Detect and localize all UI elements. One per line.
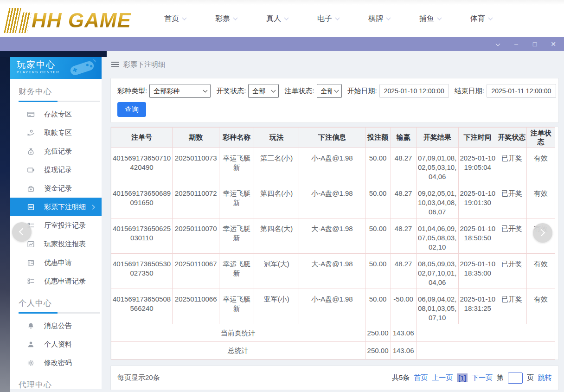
sidebar-item-promo-apply[interactable]: 优惠申请 <box>10 253 102 272</box>
chevron-down-icon <box>386 15 391 20</box>
cell-order-status: 有效 <box>526 289 555 324</box>
jump-button[interactable]: 跳转 <box>538 373 552 382</box>
cell-order-status: 有效 <box>526 254 555 289</box>
lottery-type-label: 彩种类型: <box>117 87 147 96</box>
col-header-order-status: 注单状态 <box>526 128 555 148</box>
chevron-down-icon <box>488 15 493 20</box>
query-button[interactable]: 查询 <box>117 102 146 117</box>
sidebar-item-label: 修改密码 <box>44 359 72 367</box>
table-row: 40156917365053002735020250110067幸运飞艇新冠军(… <box>111 254 555 289</box>
sidebar-item-fund-records[interactable]: 资金记录 <box>10 179 102 198</box>
lottery-type-select[interactable]: 全部彩种 <box>149 84 211 98</box>
collapse-sidebar-button[interactable] <box>12 222 32 242</box>
chart-icon <box>27 240 35 248</box>
cell-draw-result: 01,04,06,09,07,05,08,03,02,10 <box>416 218 458 254</box>
pagination-bar: 每页显示20条 共5条 首页 上一页 [1] 下一页 第 页 跳转 <box>110 366 559 390</box>
cell-draw-status: 已开奖 <box>497 183 526 218</box>
end-date-label: 结束日期: <box>455 87 484 96</box>
chevron-left-icon <box>19 228 26 236</box>
sidebar-item-message-announcements[interactable]: 消息公告 <box>10 316 102 335</box>
sidebar-item-label: 厅室投注记录 <box>44 221 86 230</box>
start-date-input[interactable] <box>379 84 449 98</box>
sidebar-item-lottery-bet-details[interactable]: 彩票下注明细 <box>10 198 102 216</box>
bell-icon <box>27 322 35 330</box>
sidebar-item-label: 彩票下注明细 <box>44 203 86 212</box>
section-title-finance-center: 财务中心 <box>10 79 102 101</box>
jump-page-input[interactable] <box>508 373 523 384</box>
window-chevron-down-icon[interactable] <box>492 39 504 49</box>
prev-page-link[interactable]: 上一页 <box>432 373 453 382</box>
hamburger-menu-icon[interactable] <box>111 62 119 67</box>
col-header-play-type: 玩法 <box>254 128 299 148</box>
sidebar-item-change-password[interactable]: 修改密码 <box>10 353 102 372</box>
sidebar-item-label: 充值记录 <box>44 147 72 156</box>
first-page-link[interactable]: 首页 <box>414 373 428 382</box>
sidebar-item-label: 玩家投注报表 <box>44 240 86 249</box>
nav-item-lottery[interactable]: 彩票 <box>215 14 237 24</box>
cell-period: 20250110066 <box>173 289 219 324</box>
col-header-win-loss: 输赢 <box>391 128 416 148</box>
card-icon <box>27 110 35 118</box>
order-status-select[interactable]: 全部 <box>317 84 342 98</box>
nav-item-board-games[interactable]: 棋牌 <box>368 14 390 24</box>
sidebar-item-label: 消息公告 <box>44 321 72 330</box>
sidebar-item-personal-profile[interactable]: 个人资料 <box>10 335 102 353</box>
person-icon <box>27 341 35 348</box>
sidebar-item-label: 个人资料 <box>44 340 72 349</box>
draw-status-label: 开奖状态: <box>216 87 246 96</box>
next-page-link[interactable]: 下一页 <box>472 373 493 382</box>
filter-panel: 彩种类型: 全部彩种 开奖状态: 全部 注单状态: 全部 开始日期: 结束日期:… <box>110 78 559 123</box>
cell-win-loss: 48.27 <box>391 218 416 254</box>
cell-order-no: 401569173650710420490 <box>111 148 173 183</box>
cell-order-no: 401569173650625030110 <box>111 218 173 254</box>
nav-item-label: 体育 <box>470 14 485 24</box>
window-titlebar: – □ ✕ <box>0 37 564 51</box>
cell-lottery-name: 幸运飞艇新 <box>219 218 254 254</box>
col-header-bet-amount: 投注额 <box>365 128 391 148</box>
logo-stripes-icon <box>4 8 21 33</box>
window-close-icon[interactable]: ✕ <box>547 39 559 49</box>
background-top-strip <box>0 51 107 57</box>
cell-bet-info: 小-A盘@1.98 <box>299 148 365 183</box>
bet-details-table: 注单号期数彩种名称玩法下注信息投注额输赢开奖结果下注时间开奖状态注单状态 401… <box>111 127 555 360</box>
col-header-period: 期数 <box>173 128 219 148</box>
cell-bet-time: 2025-01-10 19:05:04 <box>458 148 497 183</box>
cell-bet-amount: 50.00 <box>365 254 391 289</box>
summary-bet-total: 250.00 <box>365 324 391 342</box>
page-size-text: 每页显示20条 <box>117 373 160 382</box>
nav-item-label: 首页 <box>164 14 179 24</box>
chevron-right-icon <box>90 205 95 209</box>
order-status-label: 注单状态: <box>284 87 314 96</box>
cell-period: 20250110072 <box>173 183 219 218</box>
cell-bet-info: 小-A盘@1.98 <box>299 289 365 324</box>
gear-icon <box>27 359 35 367</box>
nav-item-sports[interactable]: 体育 <box>470 14 492 24</box>
sidebar-item-recharge-records[interactable]: 充值记录 <box>10 142 102 161</box>
cell-lottery-name: 幸运飞艇新 <box>219 183 254 218</box>
summary-winloss-total: 143.06 <box>391 324 416 342</box>
nav-item-electronic[interactable]: 电子 <box>317 14 339 24</box>
cell-play-type: 第四名(大) <box>254 218 299 254</box>
logo-stripes-icon <box>19 13 31 33</box>
sidebar-item-deposit-zone[interactable]: 存款专区 <box>10 105 102 123</box>
window-maximize-icon[interactable]: □ <box>529 39 541 49</box>
cell-win-loss: -50.00 <box>391 289 416 324</box>
window-minimize-icon[interactable]: – <box>510 39 522 49</box>
draw-status-select[interactable]: 全部 <box>248 84 279 98</box>
sidebar-item-withdrawal-records[interactable]: 提现记录 <box>10 161 102 179</box>
sidebar-item-promo-apply-records[interactable]: 优惠申请记录 <box>10 272 102 290</box>
expand-panel-button[interactable] <box>533 223 552 243</box>
sidebar-item-withdraw-zone[interactable]: 取款专区 <box>10 123 102 142</box>
cell-draw-result: 06,09,04,02,08,01,03,05,07,10 <box>416 289 458 324</box>
nav-item-live[interactable]: 真人 <box>266 14 288 24</box>
nav-item-label: 真人 <box>266 14 281 24</box>
nav-item-fishing[interactable]: 捕鱼 <box>419 14 441 24</box>
nav-item-home[interactable]: 首页 <box>164 14 186 24</box>
table-row: 40156917365062503011020250110070幸运飞艇新第四名… <box>111 218 555 254</box>
sidebar-item-label: 资金记录 <box>44 184 72 193</box>
cell-draw-status: 已开奖 <box>497 148 526 183</box>
cell-bet-amount: 50.00 <box>365 148 391 183</box>
end-date-input[interactable] <box>487 84 556 98</box>
current-page-badge: [1] <box>457 373 468 382</box>
nav-item-label: 捕鱼 <box>419 14 434 24</box>
